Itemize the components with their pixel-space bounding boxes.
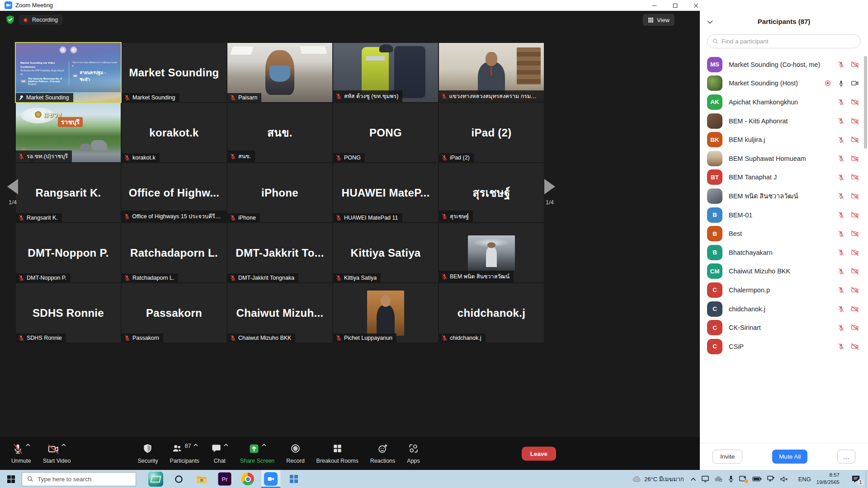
video-tile[interactable]: Market SoundingMarket Sounding <box>122 43 226 102</box>
video-tile[interactable]: DMT-Jakkrit To...DMT-Jakkrit Tongnaka <box>227 223 332 282</box>
video-tile[interactable]: korakot.kkorakot.k <box>122 103 226 162</box>
next-page-nav[interactable]: 1/4 <box>540 179 560 206</box>
avatar <box>707 188 722 204</box>
zoom-taskbar-icon[interactable] <box>261 470 280 488</box>
taskbar-search[interactable] <box>22 472 136 486</box>
video-tile[interactable]: Chaiwut Mizuh...Chaiwut Mizuho BKK <box>227 283 332 343</box>
video-grid: Market Sounding via Video ConferenceTo R… <box>16 43 544 343</box>
avatar: C <box>707 339 722 354</box>
video-tile[interactable]: PONGPONG <box>333 103 438 162</box>
toolbar-apps-button[interactable]: Apps <box>401 443 426 464</box>
weather-widget[interactable]: 26°C มีเมฆมาก <box>632 474 684 484</box>
display-icon[interactable] <box>701 475 709 483</box>
microphone-tray-icon[interactable] <box>728 475 734 483</box>
toolbar-share-screen-button[interactable]: Share Screen <box>234 443 280 464</box>
participant-row[interactable]: BKBEM kuljira.j <box>700 130 864 149</box>
toolbar-label: Share Screen <box>240 458 274 464</box>
network-monitor-icon[interactable] <box>767 475 775 483</box>
participant-row[interactable]: BEM Suphawat Homueam <box>700 149 864 168</box>
video-tile[interactable]: Paisarn <box>227 43 332 102</box>
video-tile[interactable]: Rangsarit K.Rangsarit K. <box>16 163 121 222</box>
toolbar-start-video-button[interactable]: Start Video <box>37 443 77 464</box>
video-tile[interactable]: แขวง ราชบุรี รอ.ขท.(ป)ราชบุรี <box>16 103 121 162</box>
video-tile[interactable]: Kittiya SatiyaKittiya Satiya <box>333 223 438 282</box>
video-tile[interactable]: DMT-Noppon P.DMT-Noppon P. <box>16 223 121 282</box>
video-tile[interactable]: สุรเชษฐ์สุรเชษฐ์ <box>439 163 544 222</box>
toolbar-security-button[interactable]: Security <box>132 443 164 464</box>
participant-row[interactable]: Cchidchanok.j <box>700 300 864 319</box>
video-tile[interactable]: HUAWEI MateP...HUAWEI MatePad 11 <box>333 163 438 222</box>
participant-row[interactable]: CCSiP <box>700 337 864 356</box>
more-options-button[interactable]: ... <box>837 450 855 464</box>
view-button[interactable]: View <box>643 14 675 26</box>
toolbar-breakout-rooms-button[interactable]: Breakout Rooms <box>311 443 364 464</box>
premiere-pro-icon[interactable]: Pr <box>215 470 234 488</box>
speaker-muted-icon[interactable] <box>780 476 788 483</box>
previous-page-nav[interactable]: 1/4 <box>3 179 23 206</box>
battery-icon[interactable] <box>752 476 762 482</box>
participant-row[interactable]: CChalermpon.p <box>700 281 864 300</box>
colorful-app-icon[interactable] <box>146 470 165 488</box>
taskbar-clock[interactable]: 8:57 19/8/2565 <box>816 472 840 486</box>
show-desktop-strip[interactable] <box>866 470 868 488</box>
participant-row[interactable]: CCK-Sirinart <box>700 318 864 337</box>
video-tile[interactable]: Ratchadaporn L.Ratchadaporn L. <box>122 223 226 282</box>
toolbar-label: Security <box>137 458 158 464</box>
invite-button[interactable]: Invite <box>712 450 742 464</box>
panel-collapse-button[interactable] <box>707 18 713 26</box>
taskbar-time: 8:57 <box>816 472 840 479</box>
participant-row[interactable]: BEM พนิต สินชวาลวัฒน์ <box>700 187 864 206</box>
participant-row[interactable]: Market Sounding (Host) <box>700 74 864 93</box>
hidden-icons-chevron[interactable] <box>690 477 696 481</box>
close-button[interactable] <box>685 0 706 11</box>
video-tile[interactable]: Market Sounding via Video ConferenceTo R… <box>16 43 121 102</box>
toolbar-participants-button[interactable]: 87 Participants <box>164 443 205 464</box>
screen-share-tray-icon[interactable] <box>739 475 747 483</box>
start-button[interactable] <box>0 470 22 488</box>
shield-icon <box>142 443 153 454</box>
taskbar-search-input[interactable] <box>38 476 131 483</box>
video-tile[interactable]: iPad (2)iPad (2) <box>439 103 544 162</box>
minimize-button[interactable] <box>644 0 665 11</box>
video-tile[interactable]: สหัส ด้วงชู (ขท.ชุมพร) <box>333 43 438 102</box>
participants-scrollbar[interactable] <box>864 56 867 149</box>
onedrive-cloud-icon[interactable] <box>714 476 723 482</box>
participant-row[interactable]: BBest <box>700 224 864 243</box>
participant-row[interactable]: BTBEM Tanaphat J <box>700 168 864 187</box>
action-center-button[interactable]: 1 <box>846 470 866 488</box>
toolbar-record-button[interactable]: Record <box>280 443 310 464</box>
leave-button[interactable]: Leave <box>522 446 556 460</box>
participant-row[interactable]: MSMarket Sounding (Co-host, me) <box>700 55 864 74</box>
language-indicator[interactable]: ENG <box>798 476 811 483</box>
cortana-icon[interactable] <box>169 470 188 488</box>
chrome-icon[interactable] <box>238 470 257 488</box>
video-tile[interactable]: chidchanok.jchidchanok.j <box>439 283 544 343</box>
next-page-arrow-icon[interactable] <box>544 179 555 194</box>
video-tile[interactable]: PassakornPassakorn <box>122 283 226 343</box>
video-tile[interactable]: แขวงทางหลวงสมุทรสงคราม กรมทางหลวง <box>439 43 544 102</box>
participant-name: BEM พนิต สินชวาลวัฒน์ <box>729 191 834 201</box>
participant-search-input[interactable] <box>722 38 855 45</box>
participant-row[interactable]: CMChaiwut Mizuho BKK <box>700 262 864 281</box>
maximize-button[interactable] <box>665 0 685 11</box>
previous-page-arrow-icon[interactable] <box>7 179 18 194</box>
participant-row[interactable]: BBEM-01 <box>700 206 864 225</box>
video-tile[interactable]: iPhoneiPhone <box>227 163 332 222</box>
video-tile[interactable]: Pichet Luppayanun <box>333 283 438 343</box>
muted-mic-icon <box>838 230 844 237</box>
toolbar-unmute-button[interactable]: Unmute <box>5 443 37 464</box>
participant-search[interactable] <box>707 34 861 48</box>
participant-row[interactable]: BBhatchayakarn <box>700 243 864 262</box>
file-explorer-icon[interactable] <box>192 470 211 488</box>
video-tile[interactable]: Office of Highw...Office of Highways 15 … <box>122 163 226 222</box>
mute-all-button[interactable]: Mute All <box>772 450 807 464</box>
video-tile[interactable]: สนข.สนข. <box>227 103 332 162</box>
video-tile[interactable]: BEM พนิต สินชวาลวัฒน์ <box>439 223 544 282</box>
toolbar-chat-button[interactable]: Chat <box>205 443 234 464</box>
tile-name-label: BEM พนิต สินชวาลวัฒน์ <box>439 271 514 282</box>
participant-row[interactable]: BEM - Kitti Aphonrat <box>700 112 864 131</box>
toolbar-reactions-button[interactable]: Reactions <box>364 443 401 464</box>
participant-row[interactable]: AKApichat Khamkongkhun <box>700 93 864 112</box>
task-view-icon[interactable] <box>284 470 303 488</box>
video-tile[interactable]: SDHS RonnieSDHS Ronnie <box>16 283 121 343</box>
